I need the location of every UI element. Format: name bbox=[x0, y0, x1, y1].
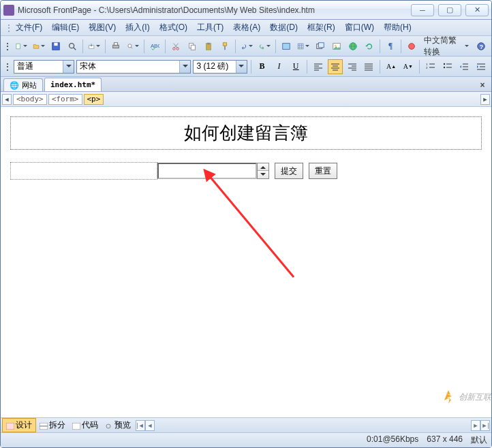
breadcrumb-prev-button[interactable]: ◄ bbox=[2, 94, 12, 105]
outdent-button[interactable] bbox=[457, 59, 472, 74]
form-row: 提交 重置 bbox=[10, 162, 482, 180]
menu-edit[interactable]: 编辑(E) bbox=[48, 20, 83, 35]
underline-button[interactable]: U bbox=[288, 59, 303, 74]
search-button[interactable] bbox=[65, 39, 80, 54]
menu-format[interactable]: 格式(O) bbox=[155, 20, 191, 35]
undo-button[interactable] bbox=[239, 39, 255, 54]
reset-button[interactable]: 重置 bbox=[309, 163, 337, 179]
size-combo[interactable]: 3 (12 磅) bbox=[193, 60, 247, 74]
align-center-button[interactable] bbox=[328, 59, 343, 74]
standard-toolbar: ⋮ ABC ¶ 中文简繁转换 ? bbox=[1, 36, 491, 57]
scroll-first-button[interactable]: |◄ bbox=[136, 420, 145, 431]
show-all-button[interactable]: ¶ bbox=[383, 39, 398, 54]
align-left-button[interactable] bbox=[311, 59, 326, 74]
minimize-button[interactable]: ─ bbox=[411, 4, 434, 16]
crumb-p[interactable]: <p> bbox=[84, 94, 104, 105]
increase-font-button[interactable]: A▲ bbox=[384, 59, 399, 74]
cut-button[interactable] bbox=[168, 39, 183, 54]
web-component-button[interactable] bbox=[279, 39, 294, 54]
help-button[interactable]: ? bbox=[474, 39, 489, 54]
conversion-button[interactable]: 中文简繁转换 bbox=[420, 39, 472, 54]
maximize-button[interactable]: ▢ bbox=[438, 4, 461, 16]
tab-site[interactable]: 🌐网站 bbox=[3, 78, 43, 91]
align-justify-button[interactable] bbox=[361, 59, 376, 74]
spinner-up-button[interactable] bbox=[258, 163, 268, 171]
italic-button[interactable]: I bbox=[272, 59, 287, 74]
print-button[interactable] bbox=[108, 39, 123, 54]
layer-button[interactable] bbox=[313, 39, 328, 54]
svg-rect-67 bbox=[40, 423, 48, 426]
crumb-body[interactable]: <body> bbox=[13, 94, 47, 105]
picture-button[interactable] bbox=[329, 39, 344, 54]
view-preview[interactable]: 预览 bbox=[102, 419, 134, 432]
status-size: 637 x 446 bbox=[427, 434, 463, 446]
menu-window[interactable]: 窗口(W) bbox=[341, 20, 378, 35]
menu-tools[interactable]: 工具(T) bbox=[193, 20, 228, 35]
style-combo[interactable]: 普通 bbox=[14, 60, 74, 74]
indent-button[interactable] bbox=[474, 59, 489, 74]
scroll-next-button[interactable]: ► bbox=[471, 420, 480, 431]
bullet-list-button[interactable] bbox=[440, 59, 455, 74]
refresh-button[interactable] bbox=[362, 39, 377, 54]
bold-button[interactable]: B bbox=[255, 59, 270, 74]
view-design[interactable]: 设计 bbox=[2, 418, 36, 432]
copy-button[interactable] bbox=[185, 39, 200, 54]
grip-icon: ⋮ bbox=[3, 62, 12, 71]
menu-file[interactable]: 文件(F) bbox=[12, 20, 46, 35]
scroll-last-button[interactable]: ►| bbox=[480, 420, 490, 431]
hyperlink-button[interactable] bbox=[345, 39, 360, 54]
align-right-button[interactable] bbox=[345, 59, 360, 74]
preview-button[interactable] bbox=[125, 39, 141, 54]
menu-help[interactable]: 帮助(H) bbox=[380, 20, 416, 35]
svg-point-56 bbox=[443, 66, 444, 67]
menu-table[interactable]: 表格(A) bbox=[229, 20, 264, 35]
code-icon bbox=[72, 422, 80, 429]
breadcrumb-next-button[interactable]: ► bbox=[480, 94, 490, 105]
page-heading[interactable]: 如何创建留言簿 bbox=[10, 116, 482, 150]
close-tab-button[interactable]: × bbox=[476, 79, 489, 91]
svg-rect-17 bbox=[223, 42, 226, 45]
new-button[interactable] bbox=[13, 39, 29, 54]
status-speed: 0:01@56Kbps bbox=[367, 434, 418, 446]
close-button[interactable]: ✕ bbox=[465, 4, 489, 16]
menu-frame[interactable]: 框架(R) bbox=[303, 20, 339, 35]
menu-data[interactable]: 数据(D) bbox=[266, 20, 302, 35]
spell-button[interactable]: ABC bbox=[147, 39, 162, 54]
numbered-list-button[interactable]: 12 bbox=[423, 59, 438, 74]
empty-cell[interactable] bbox=[10, 162, 157, 180]
publish-button[interactable] bbox=[86, 39, 102, 54]
redo-button[interactable] bbox=[256, 39, 273, 54]
menu-view[interactable]: 视图(V) bbox=[84, 20, 120, 35]
spinner-input[interactable] bbox=[157, 163, 257, 179]
submit-button[interactable]: 提交 bbox=[275, 163, 303, 179]
titlebar: Microsoft FrontPage - C:\Users\Administr… bbox=[1, 1, 491, 20]
document-tabs: 🌐网站 index.htm* × bbox=[1, 77, 491, 92]
grip-icon: ⋮ bbox=[3, 42, 12, 51]
font-combo[interactable]: 宋体 bbox=[76, 60, 191, 74]
format-painter-button[interactable] bbox=[217, 39, 232, 54]
editor-canvas[interactable]: 如何创建留言簿 提交 重置 创新互联 bbox=[1, 107, 491, 417]
svg-rect-0 bbox=[16, 44, 20, 49]
spinner-field[interactable] bbox=[157, 163, 269, 179]
paste-button[interactable] bbox=[201, 39, 216, 54]
decrease-font-button[interactable]: A▼ bbox=[401, 59, 416, 74]
svg-rect-14 bbox=[191, 45, 195, 50]
view-code[interactable]: 代码 bbox=[69, 419, 102, 432]
svg-line-9 bbox=[132, 47, 133, 48]
view-bar: 设计 拆分 代码 预览 |◄ ◄ ► ►| bbox=[1, 417, 491, 432]
tab-file[interactable]: index.htm* bbox=[44, 78, 102, 91]
zoom-button[interactable] bbox=[404, 39, 419, 54]
spinner-down-button[interactable] bbox=[258, 171, 268, 178]
crumb-form[interactable]: <form> bbox=[48, 94, 82, 105]
svg-line-4 bbox=[74, 47, 76, 50]
open-button[interactable] bbox=[31, 39, 47, 54]
menu-insert[interactable]: 插入(I) bbox=[121, 20, 153, 35]
svg-rect-20 bbox=[298, 44, 303, 49]
app-icon bbox=[3, 5, 14, 16]
view-split[interactable]: 拆分 bbox=[36, 419, 69, 432]
scroll-prev-button[interactable]: ◄ bbox=[145, 420, 155, 431]
save-button[interactable] bbox=[48, 39, 63, 54]
design-icon bbox=[6, 422, 14, 429]
svg-point-55 bbox=[443, 63, 444, 64]
table-button[interactable] bbox=[295, 39, 311, 54]
